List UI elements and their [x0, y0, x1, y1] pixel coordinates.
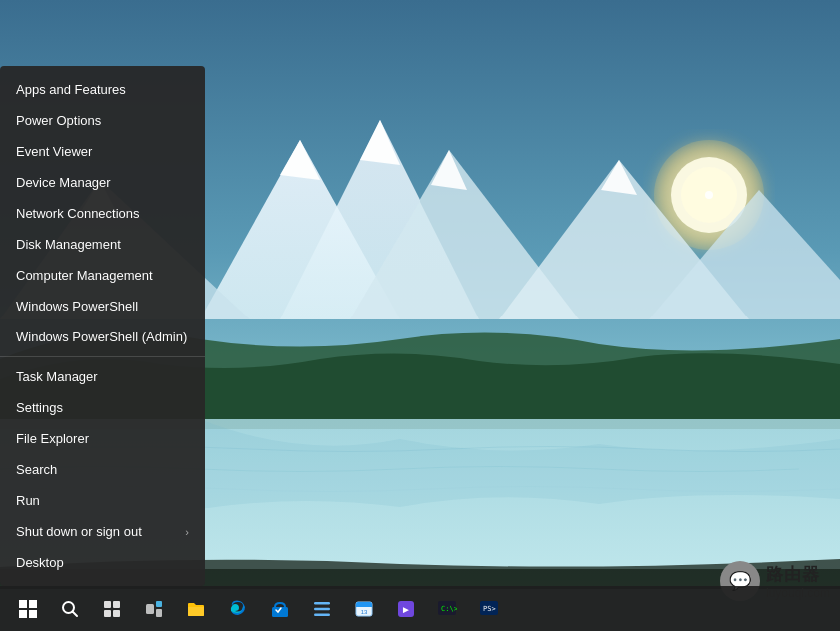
powershell-button[interactable]: PS>: [469, 589, 509, 629]
taskbar: 13 ► C:\>_ PS>: [0, 586, 840, 631]
calendar-icon: 13: [354, 599, 374, 619]
edge-icon: [228, 599, 248, 619]
taskbar-search-button[interactable]: [50, 589, 90, 629]
menu-item-event-viewer[interactable]: Event Viewer: [0, 136, 205, 167]
menu-item-computer-management[interactable]: Computer Management: [0, 260, 205, 291]
task-view-button[interactable]: [92, 589, 132, 629]
svg-text:►: ►: [401, 604, 411, 615]
start-button[interactable]: [8, 589, 48, 629]
terminal-icon: C:\>_: [437, 599, 457, 619]
svg-text:PS>: PS>: [483, 605, 496, 613]
settings-icon: [312, 599, 332, 619]
svg-text:13: 13: [361, 609, 368, 615]
menu-item-apps-features[interactable]: Apps and Features: [0, 74, 205, 105]
menu-item-windows-powershell-admin[interactable]: Windows PowerShell (Admin): [0, 321, 205, 352]
windows-logo-icon: [19, 600, 37, 618]
svg-rect-21: [113, 601, 120, 608]
watermark-brand-cn: 路由器: [766, 563, 830, 586]
app1-button[interactable]: ►: [386, 589, 425, 629]
terminal-button[interactable]: C:\>_: [427, 589, 467, 629]
file-explorer-button[interactable]: [176, 589, 216, 629]
edge-browser-button[interactable]: [218, 589, 258, 629]
menu-item-file-explorer[interactable]: File Explorer: [0, 423, 205, 454]
widgets-button[interactable]: [134, 589, 174, 629]
menu-item-run[interactable]: Run: [0, 485, 205, 516]
settings-taskbar-button[interactable]: [302, 589, 342, 629]
svg-rect-33: [356, 605, 372, 607]
svg-point-17: [705, 191, 713, 199]
svg-rect-26: [156, 609, 162, 617]
app1-icon: ►: [396, 599, 416, 619]
menu-item-windows-powershell[interactable]: Windows PowerShell: [0, 291, 205, 321]
file-explorer-icon: [186, 599, 206, 619]
widgets-icon: [145, 600, 163, 618]
svg-rect-22: [104, 610, 111, 617]
svg-rect-28: [314, 602, 330, 605]
calendar-button[interactable]: 13: [344, 589, 384, 629]
search-icon: [61, 600, 79, 618]
menu-item-task-manager[interactable]: Task Manager: [0, 361, 205, 392]
menu-item-disk-management[interactable]: Disk Management: [0, 229, 205, 260]
microsoft-store-button[interactable]: [260, 589, 300, 629]
svg-rect-30: [314, 613, 330, 616]
menu-item-settings[interactable]: Settings: [0, 392, 205, 423]
menu-item-search[interactable]: Search: [0, 454, 205, 485]
context-menu: Apps and Features Power Options Event Vi…: [0, 66, 205, 586]
chevron-right-icon: ›: [185, 526, 189, 538]
task-view-icon: [103, 600, 121, 618]
menu-item-desktop[interactable]: Desktop: [0, 547, 205, 578]
menu-item-device-manager[interactable]: Device Manager: [0, 167, 205, 198]
svg-rect-29: [314, 607, 330, 610]
store-icon: [270, 599, 290, 619]
menu-item-shut-down-sign-out[interactable]: Shut down or sign out ›: [0, 516, 205, 547]
svg-line-19: [73, 611, 78, 616]
svg-rect-23: [113, 610, 120, 617]
svg-rect-20: [104, 601, 111, 608]
powershell-icon: PS>: [479, 599, 499, 619]
svg-rect-25: [156, 601, 162, 607]
svg-rect-24: [146, 604, 154, 614]
menu-divider-1: [0, 356, 205, 357]
menu-item-network-connections[interactable]: Network Connections: [0, 198, 205, 229]
menu-item-power-options[interactable]: Power Options: [0, 105, 205, 136]
svg-text:C:\>_: C:\>_: [441, 605, 457, 613]
